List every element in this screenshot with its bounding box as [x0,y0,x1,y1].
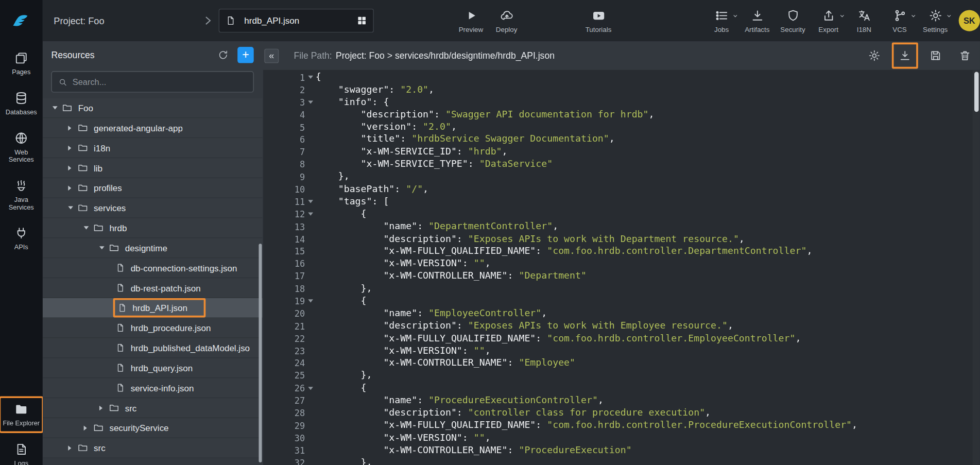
tree-item-hrdb_published_dataModel.jso[interactable]: hrdb_published_dataModel.jso [43,338,263,358]
tree-item-lib[interactable]: lib [43,158,263,178]
search-input[interactable] [73,77,247,87]
tree-item-label: db-connection-settings.json [131,263,237,272]
tree-item-label: securityService [109,423,168,433]
tree-item-db-rest-patch.json[interactable]: db-rest-patch.json [43,278,263,298]
code-editor[interactable]: 1234567891011121314151617181920212223242… [263,70,980,465]
code-line-4: "description": "Swagger API documentatio… [316,109,980,121]
delete-button[interactable] [957,48,972,63]
caret-right-icon[interactable] [68,178,77,198]
rail-item-apis[interactable]: APIs [0,221,43,256]
tree-item-hrdb_API.json[interactable]: hrdb_API.json [43,298,263,318]
code-line-7: "x-WM-SERVICE_ID": "hrdb", [316,146,980,158]
line-number: 1 [263,73,305,82]
topbar-action-deploy[interactable]: Deploy [489,8,524,33]
topbar-action-jobs[interactable]: Jobs [704,8,740,33]
file-icon [116,343,125,352]
save-icon [930,49,942,62]
folder-icon [77,143,88,153]
download-button[interactable] [892,43,918,69]
topbar-action-i18n[interactable]: I18N [846,8,882,33]
tree-item-designtime[interactable]: designtime [43,238,263,258]
line-number: 27 [263,395,305,405]
tree-item-Foo[interactable]: Foo [43,98,263,118]
youtube-icon [592,8,606,23]
tree-item-label: src [125,403,137,412]
topbar-action-label: Settings [923,26,948,33]
fold-toggle-icon[interactable] [305,76,316,79]
tree-item-service-info.json[interactable]: service-info.json [43,378,263,398]
tree-item-label: hrdb_API.json [132,303,187,313]
code-line-1: { [316,71,980,83]
topbar-action-vcs[interactable]: VCS [882,8,917,33]
topbar-action-artifacts[interactable]: Artifacts [740,8,775,33]
caret-down-icon[interactable] [68,198,77,218]
tree-item-src[interactable]: src [43,398,263,418]
fold-toggle-icon[interactable] [305,200,316,203]
caret-down-icon[interactable] [53,98,62,118]
topbar-action-export[interactable]: Export [811,8,846,33]
fold-toggle-icon[interactable] [305,300,316,303]
file-icon [116,263,125,272]
editor-settings-button[interactable] [867,48,882,63]
tree-item-hrdb_procedure.json[interactable]: hrdb_procedure.json [43,318,263,338]
rail-item-web-services[interactable]: Web Services [0,126,43,168]
tree-item-i18n[interactable]: i18n [43,138,263,158]
caret-right-icon[interactable] [68,138,77,158]
folder-icon [109,403,119,414]
caret-down-icon[interactable] [99,238,109,257]
fold-toggle-icon[interactable] [305,101,316,104]
caret-right-icon[interactable] [84,418,93,438]
tree-item-src[interactable]: src [43,438,263,458]
rail-item-file-explorer[interactable]: File Explorer [0,398,43,432]
rail-item-databases[interactable]: Databases [0,86,43,120]
chevron-down-icon [946,13,952,19]
rail-item-java-services[interactable]: Java Services [0,174,43,215]
user-avatar[interactable]: SK [959,10,980,31]
topbar-action-security[interactable]: Security [775,8,811,33]
tree-item-hrdb[interactable]: hrdb [43,218,263,238]
tree-item-hrdb_query.json[interactable]: hrdb_query.json [43,358,263,378]
caret-right-icon[interactable] [68,158,77,178]
tree-item-label: src [94,443,106,453]
tree-item-generated-angular-app[interactable]: generated-angular-app [43,118,263,138]
caret-right-icon[interactable] [68,118,77,137]
line-number: 12 [263,209,305,219]
line-number: 22 [263,334,305,343]
rail-item-logs[interactable]: Logs [0,438,43,465]
file-icon [116,383,125,392]
rail-item-label: Databases [6,108,37,116]
topbar-action-preview[interactable]: Preview [453,8,489,33]
code-line-9: }, [316,170,980,183]
folder-icon [93,222,104,233]
file-tab[interactable]: hrdb_API.json [219,9,374,32]
fold-toggle-icon[interactable] [305,387,316,390]
topbar-action-settings[interactable]: Settings [918,8,953,33]
topbar-action-tutorials[interactable]: Tutorials [580,8,616,33]
tree-item-profiles[interactable]: profiles [43,178,263,198]
folder-icon [77,442,88,453]
editor-code: { "swagger": "2.0", "info": { "descripti… [316,71,980,465]
fold-toggle-icon[interactable] [305,213,316,216]
editor-scrollbar-thumb[interactable] [974,72,978,112]
line-number: 19 [263,296,305,306]
code-line-3: "info": { [316,96,980,109]
resources-title: Resources [51,50,218,60]
caret-right-icon[interactable] [68,438,77,458]
caret-right-icon[interactable] [99,398,109,418]
add-resource-button[interactable]: + [237,47,254,63]
grid-icon[interactable] [357,15,367,25]
rail-item-pages[interactable]: Pages [0,46,43,81]
resources-scrollbar[interactable] [259,244,262,462]
tree-item-services[interactable]: services [43,198,263,218]
app-logo[interactable] [0,0,43,41]
jobs-icon [715,8,729,23]
tree-item-db-connection-settings.json[interactable]: db-connection-settings.json [43,258,263,278]
tree-item-securityService[interactable]: securityService [43,418,263,438]
folder-icon [77,202,88,213]
refresh-icon[interactable] [217,49,229,61]
chevron-right-icon [201,14,214,27]
collapse-panel-button[interactable]: « [264,48,279,63]
save-button[interactable] [928,48,943,63]
caret-down-icon[interactable] [84,218,93,238]
line-number: 17 [263,271,305,281]
